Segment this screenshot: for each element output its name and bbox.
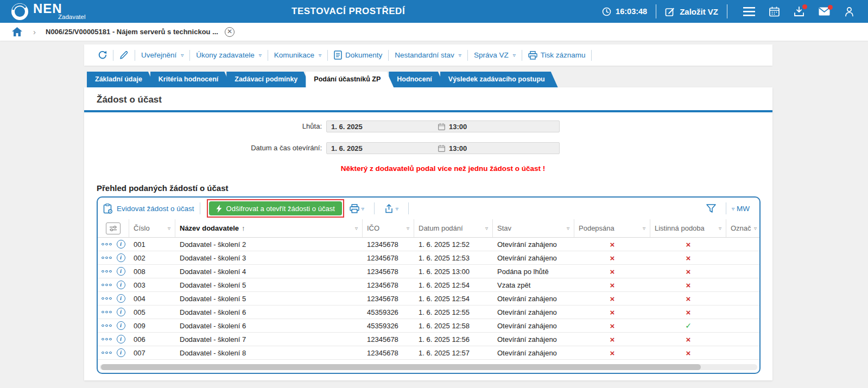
check-icon: ✓: [685, 321, 692, 330]
calendar-button[interactable]: [769, 7, 780, 17]
opening-time-value[interactable]: 13:00: [449, 144, 467, 152]
mw-view-button[interactable]: MW: [737, 205, 750, 213]
clipboard-gear-icon: [103, 203, 113, 214]
menu-ukony-zadavatele[interactable]: Úkony zadavatele▿: [196, 51, 261, 59]
column-header-stav[interactable]: Stav▿: [493, 219, 574, 237]
column-settings-button[interactable]: [106, 222, 121, 234]
row-menu-icon[interactable]: [102, 325, 112, 327]
filter-button[interactable]: [706, 204, 716, 213]
cross-icon: ×: [686, 281, 691, 290]
table-row[interactable]: i 009Dodavatel - školení 6453593261. 6. …: [98, 319, 759, 333]
topbar-divider: [727, 4, 727, 18]
row-tools-cell: i: [98, 253, 129, 262]
column-header-nazev-dodavatele[interactable]: Název dodavatele↑▿: [175, 219, 363, 237]
info-icon[interactable]: i: [117, 308, 125, 316]
info-icon[interactable]: i: [117, 281, 125, 289]
column-filter-icon[interactable]: ▿: [482, 225, 488, 231]
refresh-button[interactable]: [98, 50, 107, 60]
row-menu-icon[interactable]: [102, 311, 112, 314]
decrypt-open-requests-button[interactable]: Odšifrovat a otevřít žádosti o účast: [209, 201, 342, 215]
info-icon[interactable]: i: [117, 253, 125, 262]
horizontal-scrollbar[interactable]: [100, 364, 757, 370]
column-filter-icon[interactable]: ▿: [715, 225, 721, 231]
row-menu-icon[interactable]: [102, 270, 112, 273]
cell-podepsana: ×: [574, 294, 650, 303]
column-header-listinna-podoba[interactable]: Listinná podoba▿: [650, 219, 726, 237]
row-menu-icon[interactable]: [102, 352, 112, 354]
column-filter-icon[interactable]: ▿: [639, 225, 645, 231]
table-row[interactable]: i 005Dodavatel - školení 6453593261. 6. …: [98, 306, 759, 319]
info-icon[interactable]: i: [117, 335, 125, 344]
column-label: Označena: [731, 224, 751, 232]
column-filter-icon[interactable]: ▿: [164, 225, 170, 231]
menu-tisk-zaznamu[interactable]: Tisk záznamu: [528, 51, 586, 60]
row-menu-icon[interactable]: [102, 338, 112, 341]
row-menu-icon[interactable]: [102, 297, 112, 300]
table-row[interactable]: i 001Dodavatel - školení 2123456781. 6. …: [98, 238, 759, 251]
cell-listinna-podoba: ✓: [650, 321, 726, 330]
menu-sprava-vz[interactable]: Správa VZ▿: [474, 51, 516, 59]
column-header-podepsana[interactable]: Podepsána▿: [574, 219, 650, 237]
home-icon[interactable]: [12, 27, 22, 36]
cell-datum-podani: 1. 6. 2025 13:00: [414, 268, 493, 276]
menu-komunikace[interactable]: Komunikace▿: [274, 51, 321, 59]
row-menu-icon[interactable]: [102, 284, 112, 287]
funnel-icon: [706, 204, 716, 213]
printer-icon: [350, 204, 359, 213]
print-table-button[interactable]: ▿: [350, 204, 364, 213]
tab-hodnoceni[interactable]: Hodnocení: [389, 72, 445, 87]
info-icon[interactable]: i: [117, 348, 125, 357]
table-row[interactable]: i 004Dodavatel - školení 5123456781. 6. …: [98, 292, 759, 306]
column-filter-icon[interactable]: ▿: [352, 225, 358, 231]
table-row[interactable]: i 003Dodavatel - školení 5123456781. 6. …: [98, 278, 759, 292]
chevron-down-icon: ▿: [319, 52, 321, 58]
table-row[interactable]: i 002Dodavatel - školení 3123456781. 6. …: [98, 251, 759, 265]
register-request-button[interactable]: Evidovat žádost o účast: [103, 203, 194, 214]
info-icon[interactable]: i: [117, 294, 125, 303]
table-row[interactable]: i 007Dodavatel - školení 8123456781. 6. …: [98, 346, 759, 360]
table-row[interactable]: i 008Dodavatel - školení 4123456781. 6. …: [98, 265, 759, 278]
column-filter-icon[interactable]: ▿: [751, 225, 757, 231]
column-header-datum-podani[interactable]: Datum podání▿: [414, 219, 493, 237]
table-row[interactable]: i 006Dodavatel - školení 7123456781. 6. …: [98, 333, 759, 346]
info-icon[interactable]: i: [117, 240, 125, 249]
deadline-time-value[interactable]: 13:00: [449, 123, 467, 131]
deadline-field[interactable]: 1. 6. 2025 13:00: [326, 120, 560, 132]
opening-field[interactable]: 1. 6. 2025 13:00: [326, 142, 560, 154]
close-record-icon[interactable]: ✕: [225, 27, 235, 37]
menu-uverejneni[interactable]: Uveřejnění▿: [141, 51, 183, 59]
cell-listinna-podoba: ×: [650, 335, 726, 344]
info-icon[interactable]: i: [117, 321, 125, 330]
edit-button[interactable]: [119, 50, 129, 60]
cell-stav: Otevírání zahájeno: [493, 254, 574, 262]
menu-dokumenty[interactable]: Dokumenty: [334, 50, 382, 60]
breadcrumb-item[interactable]: N006/25/V00005181 - Nájem serverů s tech…: [46, 28, 218, 36]
row-menu-icon[interactable]: [102, 257, 112, 259]
profile-button[interactable]: [844, 7, 854, 17]
menu-button[interactable]: [743, 7, 755, 16]
cell-datum-podani: 1. 6. 2025 12:58: [414, 322, 493, 330]
column-header-oznacena[interactable]: Označena▿: [726, 219, 761, 237]
column-header-ico[interactable]: IČO▿: [363, 219, 414, 237]
nen-logo[interactable]: NEN Zadavatel: [11, 2, 86, 21]
column-filter-icon[interactable]: ▿: [403, 225, 409, 231]
scrollbar-thumb[interactable]: [101, 364, 701, 370]
messages-button[interactable]: [819, 7, 830, 16]
export-table-button[interactable]: ▿: [384, 204, 398, 213]
chevron-down-icon[interactable]: ▿: [732, 206, 734, 212]
column-label: Listinná podoba: [655, 224, 705, 232]
opening-date-value[interactable]: 1. 6. 2025: [327, 144, 438, 152]
tab-kriteria-hodnoceni[interactable]: Kritéria hodnocení: [150, 72, 231, 87]
row-menu-icon[interactable]: [102, 243, 112, 246]
column-filter-icon[interactable]: ▿: [563, 225, 569, 231]
tab-podani-ucastniku-zp[interactable]: Podání účastníků ZP: [306, 72, 394, 87]
column-header-cislo[interactable]: Číslo▿: [129, 219, 175, 237]
deadline-date-value[interactable]: 1. 6. 2025: [327, 123, 438, 131]
menu-nestandardni-stav[interactable]: Nestandardní stav▿: [395, 51, 461, 59]
tab-vysledek-zadavaciho-postupu[interactable]: Výsledek zadávacího postupu: [440, 72, 558, 87]
tab-zakladni-udaje[interactable]: Základní údaje: [87, 72, 155, 87]
downloads-button[interactable]: [794, 7, 804, 17]
create-vz-button[interactable]: Založit VZ: [665, 7, 718, 17]
tab-zadavaci-podminky[interactable]: Zadávací podmínky: [226, 72, 311, 87]
info-icon[interactable]: i: [117, 267, 125, 276]
